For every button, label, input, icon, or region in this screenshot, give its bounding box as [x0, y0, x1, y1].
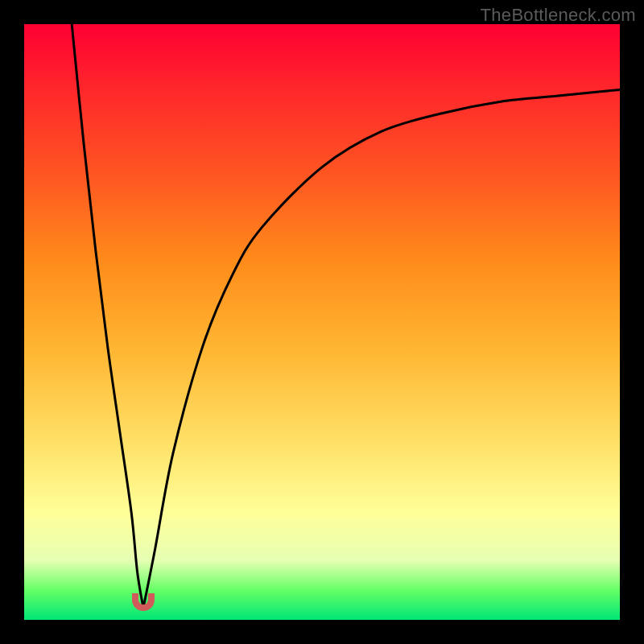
curve-svg [24, 24, 620, 620]
left-branch-path [72, 24, 143, 608]
right-branch-path [143, 89, 620, 608]
watermark-text: TheBottleneck.com [481, 5, 636, 26]
plot-area [24, 24, 620, 620]
chart-stage: TheBottleneck.com [0, 0, 644, 644]
